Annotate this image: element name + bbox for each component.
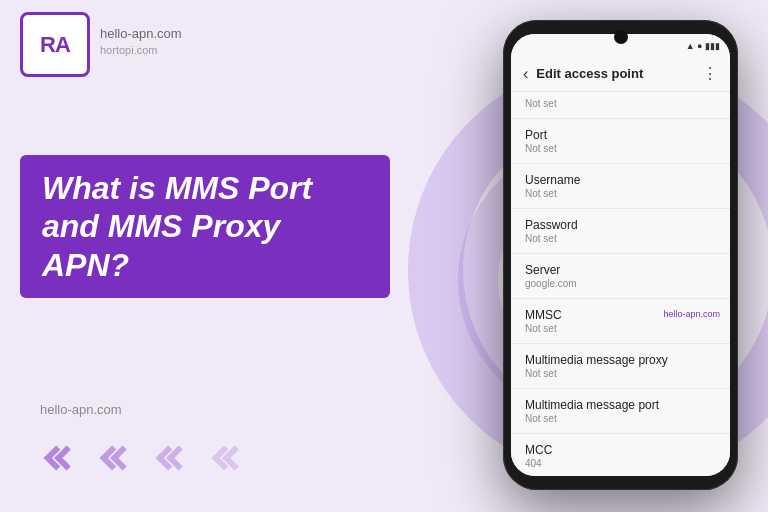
chevron-4 xyxy=(198,434,246,482)
settings-value: Not set xyxy=(525,413,716,424)
settings-value: Not set xyxy=(525,368,716,379)
settings-value: Not set xyxy=(525,323,716,334)
settings-value: google.com xyxy=(525,278,716,289)
settings-item-username[interactable]: Username Not set xyxy=(511,164,730,209)
settings-label: Port xyxy=(525,128,716,142)
phone-notch xyxy=(614,30,628,44)
header-url2: hortopi.com xyxy=(100,44,157,56)
back-icon[interactable]: ‹ xyxy=(523,65,528,83)
settings-label: MCC xyxy=(525,443,716,457)
settings-item-top: Not set xyxy=(511,92,730,119)
header-url: hello-apn.com xyxy=(100,26,182,41)
chevrons-row xyxy=(30,434,246,482)
settings-label-top: Not set xyxy=(525,98,716,109)
settings-item-port[interactable]: Port Not set xyxy=(511,119,730,164)
phone-container: ▲ ● ▮▮▮ ‹ Edit access point ⋮ Not set Po… xyxy=(503,20,738,490)
logo-text: RA xyxy=(40,32,70,58)
chevron-2 xyxy=(86,434,134,482)
settings-item-mms-port[interactable]: Multimedia message port Not set xyxy=(511,389,730,434)
settings-label: Username xyxy=(525,173,716,187)
chevron-1 xyxy=(30,434,78,482)
settings-item-password[interactable]: Password Not set xyxy=(511,209,730,254)
heading-line1: What is MMS Port xyxy=(42,169,368,207)
phone-app-bar: ‹ Edit access point ⋮ xyxy=(511,58,730,92)
chevron-3 xyxy=(142,434,190,482)
phone-screen: ▲ ● ▮▮▮ ‹ Edit access point ⋮ Not set Po… xyxy=(511,34,730,476)
settings-value: 404 xyxy=(525,458,716,469)
settings-label: Multimedia message proxy xyxy=(525,353,716,367)
settings-value: Not set xyxy=(525,143,716,154)
settings-label: Server xyxy=(525,263,716,277)
settings-item-mms-proxy[interactable]: Multimedia message proxy Not set xyxy=(511,344,730,389)
bottom-url-left: hello-apn.com xyxy=(40,402,122,417)
settings-item-server[interactable]: Server google.com xyxy=(511,254,730,299)
heading-block: What is MMS Port and MMS Proxy APN? xyxy=(20,155,390,298)
settings-value: Not set xyxy=(525,188,716,199)
phone-screen-title: Edit access point xyxy=(536,66,702,81)
settings-label: Password xyxy=(525,218,716,232)
mmsc-watermark: hello-apn.com xyxy=(663,309,720,319)
settings-item-mcc[interactable]: MCC 404 xyxy=(511,434,730,476)
settings-label: Multimedia message port xyxy=(525,398,716,412)
phone-settings-content: Not set Port Not set Username Not set Pa… xyxy=(511,92,730,476)
logo: RA xyxy=(20,12,90,77)
more-options-icon[interactable]: ⋮ xyxy=(702,64,718,83)
settings-value: Not set xyxy=(525,233,716,244)
phone-frame: ▲ ● ▮▮▮ ‹ Edit access point ⋮ Not set Po… xyxy=(503,20,738,490)
settings-item-mmsc[interactable]: MMSC Not set hello-apn.com xyxy=(511,299,730,344)
status-icons: ▲ ● ▮▮▮ xyxy=(686,41,720,51)
heading-line2: and MMS Proxy APN? xyxy=(42,207,368,284)
